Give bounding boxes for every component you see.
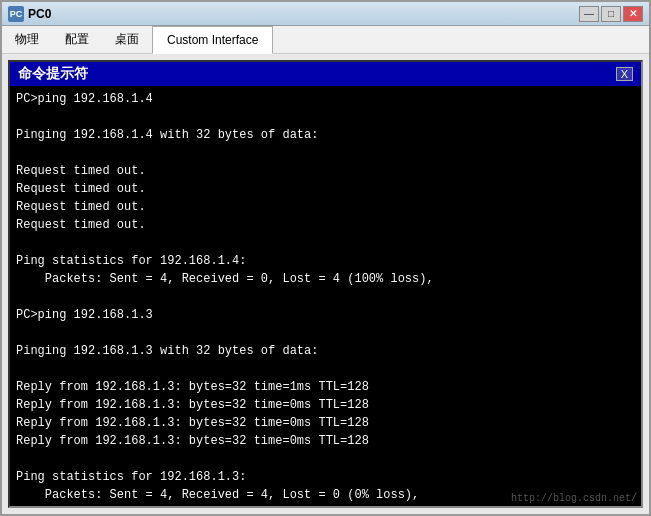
cmd-close-button[interactable]: X — [616, 67, 633, 81]
cmd-window: 命令提示符 X PC>ping 192.168.1.4 Pinging 192.… — [8, 60, 643, 508]
title-controls: — □ ✕ — [579, 6, 643, 22]
window-icon: PC — [8, 6, 24, 22]
cmd-title-bar: 命令提示符 X — [10, 62, 641, 86]
minimize-button[interactable]: — — [579, 6, 599, 22]
window-title: PC0 — [28, 7, 51, 21]
tab-custom-interface[interactable]: Custom Interface — [152, 26, 273, 54]
menu-item-config[interactable]: 配置 — [52, 26, 102, 53]
window-icon-text: PC — [10, 9, 23, 19]
watermark: http://blog.csdn.net/ — [511, 493, 637, 504]
menu-item-physics[interactable]: 物理 — [2, 26, 52, 53]
cmd-body[interactable]: PC>ping 192.168.1.4 Pinging 192.168.1.4 … — [10, 86, 641, 506]
close-button[interactable]: ✕ — [623, 6, 643, 22]
content-area: 命令提示符 X PC>ping 192.168.1.4 Pinging 192.… — [2, 54, 649, 514]
menu-bar: 物理 配置 桌面 Custom Interface — [2, 26, 649, 54]
cmd-output: PC>ping 192.168.1.4 Pinging 192.168.1.4 … — [16, 92, 434, 506]
cmd-title-text: 命令提示符 — [18, 65, 88, 83]
title-bar: PC PC0 — □ ✕ — [2, 2, 649, 26]
maximize-button[interactable]: □ — [601, 6, 621, 22]
main-window: PC PC0 — □ ✕ 物理 配置 桌面 Custom Interface — [0, 0, 651, 516]
menu-item-desktop[interactable]: 桌面 — [102, 26, 152, 53]
title-bar-left: PC PC0 — [8, 6, 51, 22]
